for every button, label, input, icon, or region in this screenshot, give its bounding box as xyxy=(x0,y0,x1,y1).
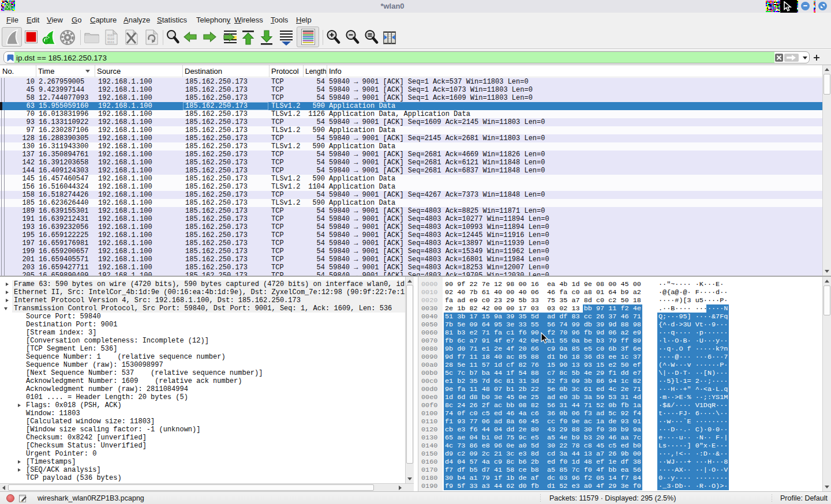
svg-text:0111: 0111 xyxy=(107,41,114,44)
